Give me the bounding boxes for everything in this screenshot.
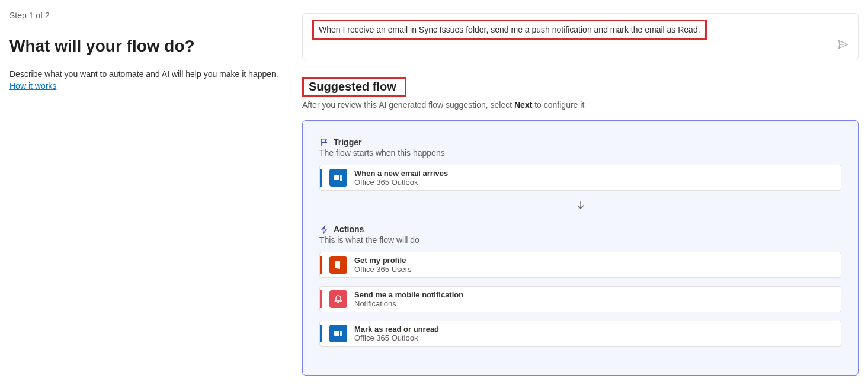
action-card[interactable]: Get my profileOffice 365 Users [319, 252, 841, 278]
svg-rect-2 [340, 175, 342, 181]
suggested-flow-description: After you review this AI generated flow … [302, 100, 859, 110]
flow-canvas: Trigger The flow starts when this happen… [302, 120, 859, 376]
action-card-title: Send me a mobile notification [354, 290, 834, 299]
action-card[interactable]: Send me a mobile notificationNotificatio… [319, 286, 841, 312]
outlook-icon [329, 325, 347, 342]
card-accent [320, 169, 322, 187]
action-card-sub: Notifications [354, 299, 834, 308]
trigger-card-sub: Office 365 Outlook [354, 178, 834, 187]
step-indicator: Step 1 of 2 [9, 11, 284, 20]
action-card-title: Mark as read or unread [354, 325, 834, 334]
action-card-sub: Office 365 Outlook [354, 334, 834, 342]
page-description: Describe what you want to automate and A… [9, 69, 284, 92]
office-icon [329, 256, 347, 274]
svg-rect-5 [340, 331, 342, 336]
card-accent [320, 325, 322, 342]
action-card-title: Get my profile [354, 256, 834, 265]
arrow-down-icon [319, 199, 841, 213]
trigger-subtext: The flow starts when this happens [319, 148, 841, 158]
bell-icon [329, 290, 347, 308]
actions-label: Actions [334, 225, 364, 234]
flag-icon [319, 137, 329, 147]
prompt-text: When I receive an email in Sync Issues f… [319, 25, 700, 34]
action-card[interactable]: Mark as read or unreadOffice 365 Outlook [319, 321, 841, 347]
send-icon [837, 39, 849, 52]
prompt-input-box[interactable]: When I receive an email in Sync Issues f… [302, 13, 859, 60]
prompt-highlight: When I receive an email in Sync Issues f… [312, 20, 707, 40]
outlook-icon [329, 169, 347, 187]
trigger-card-title: When a new email arrives [354, 169, 834, 178]
trigger-card[interactable]: When a new email arrives Office 365 Outl… [319, 165, 841, 191]
actions-list: Get my profileOffice 365 UsersSend me a … [319, 252, 841, 347]
card-accent [320, 290, 322, 308]
send-button[interactable] [837, 39, 850, 52]
action-card-sub: Office 365 Users [354, 265, 834, 274]
trigger-label: Trigger [334, 137, 361, 147]
svg-rect-1 [334, 175, 339, 180]
actions-header: Actions [319, 225, 841, 234]
page-title: What will your flow do? [9, 37, 284, 56]
lightning-icon [319, 225, 329, 234]
how-it-works-link[interactable]: How it works [9, 81, 56, 91]
svg-rect-4 [334, 331, 339, 336]
left-panel: Step 1 of 2 What will your flow do? Desc… [0, 0, 302, 391]
suggested-flow-title: Suggested flow [309, 80, 396, 93]
suggested-flow-highlight: Suggested flow [302, 77, 406, 97]
page-description-text: Describe what you want to automate and A… [9, 69, 278, 79]
card-accent [320, 256, 322, 274]
right-panel: When I receive an email in Sync Issues f… [302, 0, 868, 391]
actions-subtext: This is what the flow will do [319, 235, 841, 245]
trigger-header: Trigger [319, 137, 841, 147]
